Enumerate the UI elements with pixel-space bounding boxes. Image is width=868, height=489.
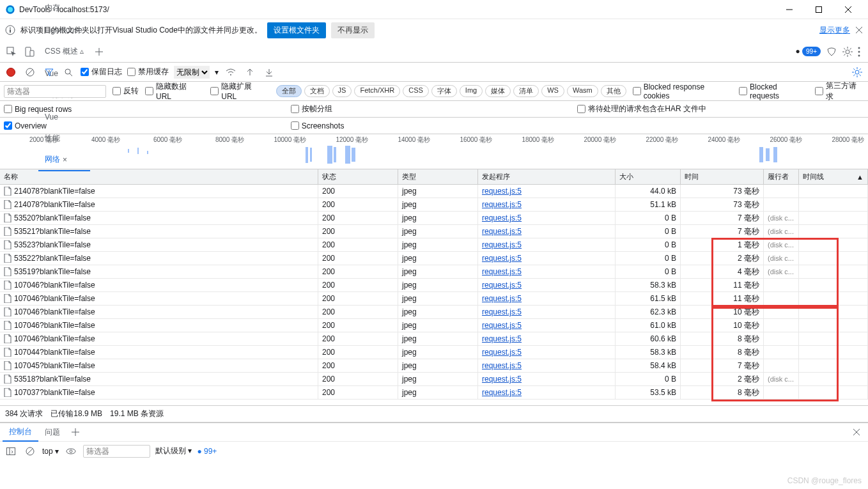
har-checkbox[interactable]: 将待处理的请求包含在HAR 文件中	[577, 104, 706, 114]
console-filter-input[interactable]	[83, 445, 150, 458]
more-icon[interactable]	[858, 47, 860, 57]
invert-checkbox[interactable]: 反转	[112, 86, 139, 97]
cell-initiator: request.js:5	[478, 292, 616, 306]
type-pill-字体[interactable]: 字体	[431, 85, 457, 97]
table-row[interactable]: 107046?blankTile=false200jpegrequest.js:…	[0, 332, 868, 346]
timeline-overview[interactable]: 2000 毫秒4000 毫秒6000 毫秒8000 毫秒10000 毫秒1200…	[0, 134, 868, 169]
table-row[interactable]: 107046?blankTile=false200jpegrequest.js:…	[0, 306, 868, 319]
col-type[interactable]: 类型	[398, 169, 478, 184]
tab-CSS 概述 ▵[interactable]: CSS 概述 ▵	[38, 41, 90, 63]
col-size[interactable]: 大小	[616, 169, 681, 184]
disable-cache-checkbox[interactable]: 禁用缓存	[127, 66, 169, 77]
set-root-button[interactable]: 设置根文件夹	[267, 22, 326, 38]
col-initiator[interactable]: 发起程序	[478, 169, 616, 184]
table-row[interactable]: 107037?blankTile=false200jpegrequest.js:…	[0, 386, 868, 400]
col-name[interactable]: 名称	[0, 169, 318, 184]
hide-ext-url-checkbox[interactable]: 隐藏扩展 URL	[210, 81, 269, 101]
timeline-label: 18000 毫秒	[496, 136, 558, 144]
cell-fulfilled: (disk c...	[764, 212, 799, 225]
overview-checkbox[interactable]: Overview	[4, 121, 47, 130]
cell-type: jpeg	[398, 238, 478, 252]
type-pill-全部[interactable]: 全部	[276, 85, 302, 97]
big-rows-checkbox[interactable]: Big request rows	[4, 105, 72, 114]
add-tab-icon[interactable]	[90, 43, 108, 61]
table-row[interactable]: 53523?blankTile=false200jpegrequest.js:5…	[0, 238, 868, 252]
table-row[interactable]: 214078?blankTile=false200jpegrequest.js:…	[0, 185, 868, 198]
cell-initiator: request.js:5	[478, 265, 616, 279]
drawer-tab-控制台[interactable]: 控制台	[3, 423, 38, 442]
drawer-close-icon[interactable]	[848, 428, 865, 436]
type-pill-WS[interactable]: WS	[541, 85, 564, 97]
settings-icon[interactable]	[842, 47, 853, 57]
console-context[interactable]: top ▾	[42, 447, 59, 456]
console-issues[interactable]: ● 99+	[197, 447, 217, 456]
type-pill-Img[interactable]: Img	[460, 85, 483, 97]
add-drawer-tab-icon[interactable]	[66, 423, 84, 441]
table-row[interactable]: 53519?blankTile=false200jpegrequest.js:5…	[0, 265, 868, 279]
table-row[interactable]: 53522?blankTile=false200jpegrequest.js:5…	[0, 252, 868, 265]
minimize-button[interactable]	[775, 1, 804, 19]
filter-toggle-icon[interactable]	[42, 65, 56, 79]
close-info-icon[interactable]	[855, 26, 863, 34]
log-level-select[interactable]: 默认级别 ▾	[155, 446, 192, 456]
transferred: 已传输18.9 MB	[50, 408, 102, 419]
type-pill-Fetch/XHR[interactable]: Fetch/XHR	[354, 85, 400, 97]
console-clear-icon[interactable]	[23, 444, 37, 458]
wifi-icon[interactable]	[224, 65, 238, 79]
table-row[interactable]: 107045?blankTile=false200jpegrequest.js:…	[0, 359, 868, 373]
request-table[interactable]: 214078?blankTile=false200jpegrequest.js:…	[0, 185, 868, 405]
device-icon[interactable]	[20, 43, 38, 61]
table-row[interactable]: 53520?blankTile=false200jpegrequest.js:5…	[0, 212, 868, 225]
hide-button[interactable]: 不再显示	[331, 22, 375, 38]
blocked-cookies-checkbox[interactable]: Blocked response cookies	[633, 82, 732, 100]
col-fulfilled[interactable]: 履行者	[764, 169, 799, 184]
cell-name: 53523?blankTile=false	[0, 238, 318, 252]
type-pill-CSS[interactable]: CSS	[403, 85, 429, 97]
table-row[interactable]: 107046?blankTile=false200jpegrequest.js:…	[0, 279, 868, 292]
type-pill-其他[interactable]: 其他	[601, 85, 626, 97]
type-pill-媒体[interactable]: 媒体	[485, 85, 511, 97]
drawer-tab-问题[interactable]: 问题	[38, 423, 66, 442]
type-pill-JS[interactable]: JS	[332, 85, 352, 97]
col-waterfall[interactable]: 时间线▲	[799, 169, 868, 184]
table-row[interactable]: 107046?blankTile=false200jpegrequest.js:…	[0, 319, 868, 332]
table-row[interactable]: 53518?blankTile=false200jpegrequest.js:5…	[0, 373, 868, 386]
search-icon[interactable]	[61, 65, 75, 79]
table-row[interactable]: 53521?blankTile=false200jpegrequest.js:5…	[0, 225, 868, 238]
tab-Lighthouse[interactable]: Lighthouse	[38, 19, 90, 41]
col-time[interactable]: 时间	[681, 169, 764, 184]
cell-status: 200	[318, 373, 398, 386]
hide-data-url-checkbox[interactable]: 隐藏数据 URL	[145, 81, 204, 101]
cell-waterfall	[799, 238, 868, 252]
throttle-caret[interactable]: ▾	[215, 68, 219, 77]
issues-badge[interactable]: ● 99+	[795, 47, 821, 56]
download-icon[interactable]	[262, 65, 276, 79]
third-party-checkbox[interactable]: 第三方请求	[815, 81, 864, 102]
tab-内存[interactable]: 内存	[38, 0, 90, 19]
network-settings-icon[interactable]	[850, 65, 864, 79]
throttle-select[interactable]: 无限制	[174, 66, 210, 79]
blocked-requests-checkbox[interactable]: Blocked requests	[739, 82, 809, 100]
clear-button[interactable]	[23, 65, 37, 79]
extensions-icon[interactable]	[826, 47, 837, 56]
close-button[interactable]	[833, 1, 863, 19]
show-more-link[interactable]: 显示更多	[819, 25, 850, 36]
type-pill-清单[interactable]: 清单	[513, 85, 539, 97]
filter-input[interactable]	[4, 85, 106, 98]
live-expression-icon[interactable]	[64, 444, 78, 458]
record-button[interactable]	[4, 65, 18, 79]
group-frame-checkbox[interactable]: 按帧分组	[291, 104, 332, 114]
table-row[interactable]: 107044?blankTile=false200jpegrequest.js:…	[0, 346, 868, 359]
type-pill-Wasm[interactable]: Wasm	[567, 85, 598, 97]
screenshots-checkbox[interactable]: Screenshots	[291, 121, 345, 130]
type-pill-文档[interactable]: 文档	[304, 85, 330, 97]
table-row[interactable]: 214078?blankTile=false200jpegrequest.js:…	[0, 198, 868, 212]
upload-icon[interactable]	[243, 65, 257, 79]
col-status[interactable]: 状态	[318, 169, 398, 184]
inspect-icon[interactable]	[3, 43, 20, 61]
table-row[interactable]: 107046?blankTile=false200jpegrequest.js:…	[0, 292, 868, 306]
console-sidebar-icon[interactable]	[4, 444, 18, 458]
preserve-log-checkbox[interactable]: 保留日志	[81, 66, 122, 77]
cell-size: 0 B	[616, 225, 681, 238]
maximize-button[interactable]	[804, 1, 833, 19]
